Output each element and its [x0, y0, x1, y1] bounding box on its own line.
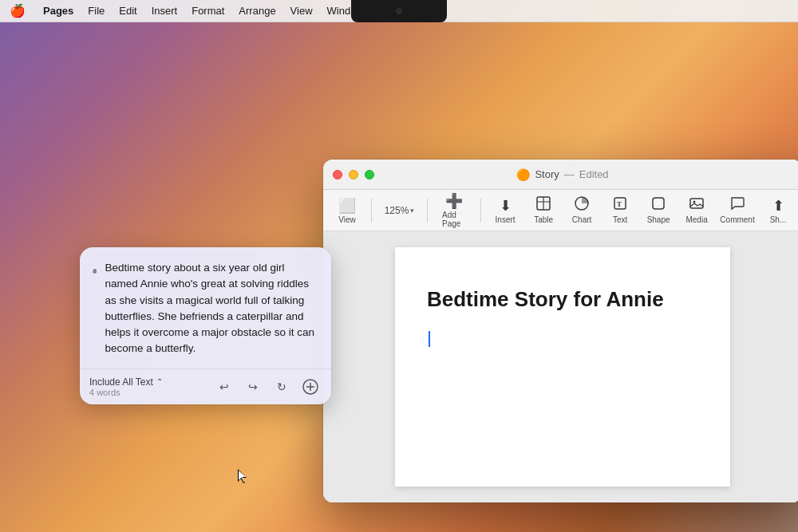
toolbar-share[interactable]: ⬆ Sh...: [760, 194, 796, 227]
menubar-format[interactable]: Format: [192, 5, 224, 17]
share-icon: ⬆: [772, 197, 784, 215]
text-icon: T: [613, 196, 627, 215]
toolbar-view[interactable]: ⬜ View: [330, 194, 365, 227]
openai-icon: [93, 260, 97, 282]
toolbar-table[interactable]: Table: [526, 193, 561, 227]
toolbar-divider-3: [480, 199, 481, 223]
document-edited-label: Edited: [579, 168, 609, 180]
ai-message: Bedtime story about a six year old girl …: [93, 260, 318, 357]
svg-rect-6: [653, 198, 664, 209]
window-titlebar: 🟠 Story — Edited: [323, 160, 798, 190]
toolbar-share-label: Sh...: [770, 215, 787, 224]
menubar-insert[interactable]: Insert: [152, 5, 178, 17]
ai-popup-footer: Include All Text ⌃ 4 words ↩ ↪ ↻: [80, 368, 331, 404]
toolbar-insert-label: Insert: [496, 215, 516, 224]
menubar-edit[interactable]: Edit: [119, 5, 136, 17]
ai-include-label[interactable]: Include All Text ⌃: [89, 376, 163, 388]
minimize-button[interactable]: [349, 170, 358, 179]
ai-refresh-button[interactable]: ↻: [271, 376, 293, 398]
ai-chevron-down-icon: ⌃: [156, 377, 163, 386]
menubar-pages[interactable]: Pages: [43, 5, 73, 17]
close-button[interactable]: [333, 170, 342, 179]
document-page[interactable]: Bedtime Story for Annie: [395, 247, 730, 487]
toolbar-divider-1: [371, 199, 372, 223]
document-content-title: Bedtime Story for Annie: [427, 287, 698, 312]
toolbar-divider-2: [427, 199, 428, 223]
toolbar-table-label: Table: [534, 215, 553, 224]
ai-popup-content: Bedtime story about a six year old girl …: [80, 247, 331, 364]
toolbar-add-page[interactable]: ➕ Add Page: [434, 189, 474, 231]
window-title: 🟠 Story — Edited: [516, 168, 608, 181]
shape-icon: [651, 196, 666, 215]
ai-footer-info: Include All Text ⌃ 4 words: [89, 376, 163, 397]
camera-notch: [351, 0, 447, 22]
ai-message-text: Bedtime story about a six year old girl …: [105, 260, 318, 357]
menubar-arrange[interactable]: Arrange: [239, 5, 275, 17]
ai-footer-actions: ↩ ↪ ↻: [213, 376, 322, 398]
text-cursor: [429, 331, 430, 347]
window-controls: [333, 170, 374, 179]
ai-word-count: 4 words: [89, 388, 163, 397]
toolbar-comment[interactable]: Comment: [717, 193, 757, 227]
svg-point-8: [693, 201, 696, 203]
add-page-icon: ➕: [445, 192, 463, 210]
toolbar-zoom[interactable]: 125% ▾: [378, 202, 421, 219]
menubar-view[interactable]: View: [290, 5, 313, 17]
toolbar-chart[interactable]: Chart: [564, 193, 599, 227]
table-icon: [536, 196, 551, 215]
toolbar-add-page-label: Add Page: [442, 211, 466, 228]
document-title-name: Story: [535, 168, 559, 180]
ai-undo-button[interactable]: ↩: [213, 376, 235, 398]
toolbar-text[interactable]: T Text: [602, 193, 638, 227]
toolbar-text-label: Text: [613, 215, 627, 224]
maximize-button[interactable]: [365, 170, 374, 179]
toolbar-media-label: Media: [685, 215, 707, 224]
media-icon: [689, 196, 704, 215]
chart-icon: [575, 196, 589, 215]
view-icon: ⬜: [338, 197, 356, 215]
window-toolbar: ⬜ View 125% ▾ ➕ Add Page ⬇ Insert: [323, 190, 798, 231]
toolbar-comment-label: Comment: [720, 215, 754, 224]
comment-icon: [730, 196, 745, 215]
mouse-cursor: [238, 469, 247, 483]
menubar-file[interactable]: File: [88, 5, 105, 17]
zoom-value: 125%: [385, 205, 409, 216]
toolbar-view-label: View: [338, 215, 356, 224]
toolbar-chart-label: Chart: [572, 215, 591, 224]
ai-add-button[interactable]: [299, 376, 322, 398]
svg-text:T: T: [617, 200, 622, 208]
zoom-chevron-icon: ▾: [410, 207, 414, 215]
insert-icon: ⬇: [500, 197, 512, 215]
pages-window: 🟠 Story — Edited ⬜ View 125% ▾ ➕ Add Pag…: [323, 160, 798, 502]
document-icon: 🟠: [516, 168, 530, 181]
ai-redo-button[interactable]: ↪: [242, 376, 264, 398]
add-circle-icon: [302, 379, 318, 395]
document-edited-status: —: [564, 168, 575, 180]
document-cursor-area: [427, 331, 698, 347]
document-area: Bedtime Story for Annie: [323, 231, 798, 502]
apple-menu[interactable]: 🍎: [10, 3, 26, 18]
camera-dot: [396, 8, 402, 14]
toolbar-insert[interactable]: ⬇ Insert: [488, 194, 523, 227]
svg-rect-7: [690, 199, 703, 208]
toolbar-shape-label: Shape: [647, 215, 670, 224]
ai-popup: Bedtime story about a six year old girl …: [80, 247, 331, 404]
toolbar-shape[interactable]: Shape: [641, 193, 676, 227]
ai-include-text-label: Include All Text: [89, 376, 153, 388]
toolbar-media[interactable]: Media: [679, 193, 714, 227]
